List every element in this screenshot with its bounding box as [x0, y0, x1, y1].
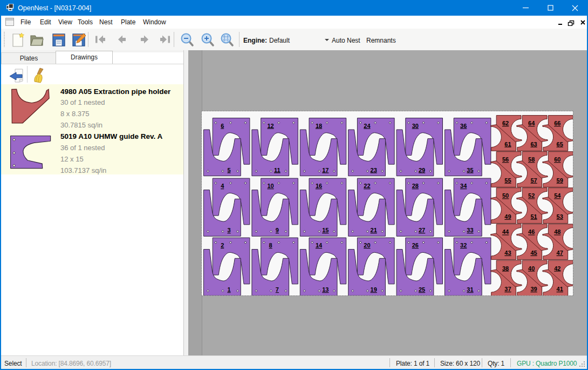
svg-text:35: 35 [467, 166, 473, 173]
svg-text:41: 41 [557, 286, 563, 292]
svg-text:5: 5 [227, 166, 230, 173]
svg-text:36: 36 [460, 122, 467, 129]
svg-text:33: 33 [467, 227, 473, 233]
svg-text:52: 52 [528, 192, 535, 199]
svg-text:60: 60 [554, 156, 560, 163]
svg-text:55: 55 [504, 177, 511, 183]
svg-text:53: 53 [557, 213, 563, 219]
svg-text:1: 1 [227, 286, 230, 293]
svg-text:45: 45 [530, 249, 537, 255]
svg-text:8: 8 [269, 242, 272, 248]
svg-text:6: 6 [221, 122, 224, 129]
svg-text:51: 51 [530, 213, 537, 219]
svg-text:10: 10 [267, 183, 274, 189]
svg-text:38: 38 [502, 265, 509, 271]
svg-text:22: 22 [364, 183, 370, 189]
svg-text:31: 31 [467, 286, 473, 293]
svg-text:2: 2 [221, 242, 224, 248]
svg-text:4: 4 [221, 183, 224, 189]
svg-text:48: 48 [554, 228, 560, 235]
svg-text:17: 17 [322, 166, 329, 173]
svg-text:43: 43 [504, 249, 511, 255]
svg-text:37: 37 [504, 286, 511, 292]
svg-text:25: 25 [419, 286, 425, 293]
svg-text:27: 27 [419, 227, 425, 233]
svg-text:58: 58 [528, 156, 535, 163]
svg-text:3: 3 [227, 227, 230, 233]
svg-text:23: 23 [371, 166, 377, 173]
svg-text:29: 29 [419, 166, 425, 173]
svg-text:65: 65 [557, 140, 563, 147]
svg-text:56: 56 [502, 156, 509, 163]
svg-text:14: 14 [316, 242, 323, 248]
svg-text:12: 12 [267, 122, 274, 129]
svg-text:66: 66 [554, 120, 560, 126]
svg-text:62: 62 [502, 120, 509, 126]
svg-text:64: 64 [528, 120, 535, 126]
svg-text:50: 50 [502, 192, 509, 199]
svg-text:39: 39 [530, 286, 537, 292]
svg-text:59: 59 [557, 177, 563, 183]
svg-text:18: 18 [316, 122, 322, 129]
svg-text:13: 13 [322, 286, 329, 293]
svg-text:49: 49 [504, 213, 511, 219]
svg-text:54: 54 [554, 192, 561, 199]
svg-text:32: 32 [460, 242, 467, 248]
svg-text:42: 42 [554, 265, 560, 271]
svg-text:24: 24 [364, 122, 371, 129]
svg-text:46: 46 [528, 228, 535, 235]
svg-text:21: 21 [371, 227, 377, 233]
svg-text:40: 40 [528, 265, 535, 271]
svg-text:30: 30 [412, 122, 419, 129]
svg-text:16: 16 [316, 183, 322, 189]
svg-text:7: 7 [276, 286, 279, 293]
svg-text:15: 15 [322, 227, 329, 233]
svg-text:63: 63 [530, 140, 537, 147]
svg-text:26: 26 [412, 242, 419, 248]
svg-text:57: 57 [530, 177, 537, 183]
svg-text:9: 9 [276, 227, 279, 233]
svg-text:11: 11 [274, 166, 281, 173]
svg-text:61: 61 [504, 140, 511, 147]
svg-text:28: 28 [412, 183, 419, 189]
svg-text:20: 20 [364, 242, 370, 248]
svg-text:47: 47 [557, 249, 563, 255]
svg-text:34: 34 [460, 183, 467, 189]
svg-text:19: 19 [371, 286, 377, 293]
svg-text:44: 44 [502, 228, 509, 235]
